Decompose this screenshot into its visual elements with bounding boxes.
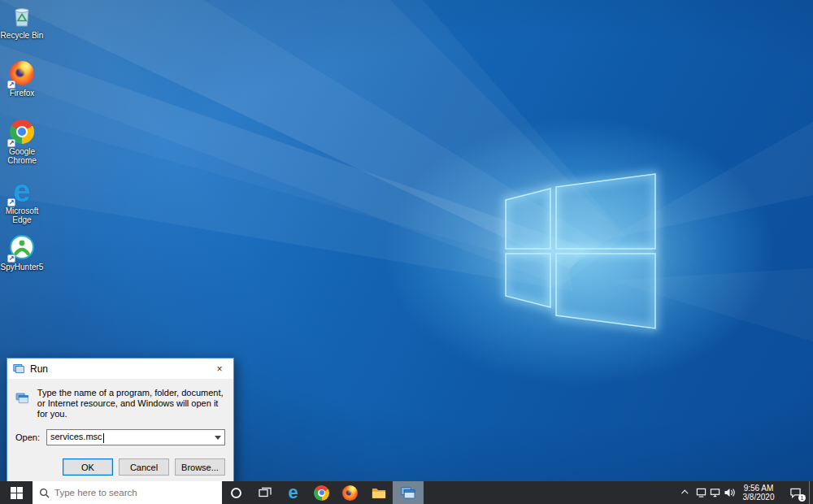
search-icon <box>39 488 50 498</box>
chevron-up-icon <box>681 489 688 496</box>
taskbar-search[interactable] <box>33 481 222 504</box>
browse-button[interactable]: Browse... <box>175 458 225 476</box>
taskbar-firefox-button[interactable] <box>336 481 364 504</box>
file-explorer-icon <box>372 487 386 499</box>
volume-button[interactable] <box>722 481 736 504</box>
shortcut-arrow-icon: ↗ <box>7 254 15 263</box>
close-icon[interactable]: × <box>206 358 233 379</box>
network-button[interactable] <box>708 481 722 504</box>
chevron-down-icon[interactable] <box>211 430 224 445</box>
wallpaper-glow <box>319 73 813 431</box>
volume-icon <box>724 488 735 497</box>
network-icon <box>710 488 720 497</box>
spyhunter-icon: ↗ <box>9 235 35 261</box>
windows-logo-icon <box>11 487 23 499</box>
shortcut-arrow-icon: ↗ <box>7 80 15 89</box>
run-app-icon <box>400 486 416 500</box>
run-dialog-description: Type the name of a program, folder, docu… <box>37 385 225 419</box>
run-app-icon <box>15 385 29 411</box>
taskbar-chrome-button[interactable] <box>307 481 336 504</box>
cortana-button[interactable] <box>222 481 250 504</box>
clock-time: 9:56 AM <box>737 484 780 493</box>
text-cursor <box>103 433 104 443</box>
taskbar: e <box>0 481 813 504</box>
run-dialog: Run × Type the name of a program, folder… <box>7 358 234 484</box>
run-dialog-title: Run <box>30 363 48 375</box>
search-input[interactable] <box>54 481 222 504</box>
cortana-icon <box>231 488 241 498</box>
recycle-bin-icon <box>9 3 35 29</box>
windows-desktop-screen: Recycle Bin ↗ Firefox ↗ Google Chrome e … <box>0 0 813 504</box>
open-label: Open: <box>15 432 41 442</box>
desktop-icon-microsoft-edge[interactable]: e ↗ Microsoft Edge <box>0 179 44 224</box>
run-dialog-icon <box>13 363 25 374</box>
desktop-icon-firefox[interactable]: ↗ Firefox <box>0 60 44 98</box>
system-tray: 9:56 AM 3/8/2020 1 <box>676 481 813 504</box>
notification-badge: 1 <box>798 494 806 502</box>
desktop-icon-google-chrome[interactable]: ↗ Google Chrome <box>0 119 44 165</box>
run-dialog-body: Type the name of a program, folder, docu… <box>7 379 233 484</box>
clock-date: 3/8/2020 <box>737 493 780 502</box>
edge-icon: e ↗ <box>9 179 35 205</box>
run-dialog-titlebar[interactable]: Run × <box>7 358 233 379</box>
edge-icon: e <box>288 484 298 501</box>
icon-label: Microsoft Edge <box>0 206 44 224</box>
tray-expand-button[interactable] <box>676 481 694 504</box>
action-center-button[interactable]: 1 <box>781 481 809 504</box>
run-command-combobox[interactable]: services.msc <box>46 429 225 445</box>
desktop-icon-spyhunter5[interactable]: ↗ SpyHunter5 <box>0 234 44 272</box>
show-desktop-button[interactable] <box>809 481 813 504</box>
icon-label: Firefox <box>0 89 44 98</box>
firefox-icon <box>342 485 358 501</box>
chrome-icon <box>314 485 329 501</box>
taskbar-clock[interactable]: 9:56 AM 3/8/2020 <box>736 484 781 502</box>
task-view-button[interactable] <box>250 481 279 504</box>
run-command-value[interactable]: services.msc <box>47 430 211 444</box>
tray-app-icon <box>696 488 706 497</box>
start-button[interactable] <box>0 481 33 504</box>
taskbar-file-explorer-button[interactable] <box>364 481 393 504</box>
ok-button[interactable]: OK <box>63 458 113 476</box>
tray-app-button[interactable] <box>694 481 708 504</box>
taskbar-edge-button[interactable]: e <box>279 481 307 504</box>
chrome-icon: ↗ <box>9 119 35 146</box>
icon-label: Recycle Bin <box>0 31 44 40</box>
firefox-icon: ↗ <box>9 61 35 87</box>
taskbar-run-button-active[interactable] <box>393 481 424 504</box>
cancel-button[interactable]: Cancel <box>119 458 169 476</box>
shortcut-arrow-icon: ↗ <box>7 198 15 206</box>
task-view-icon <box>259 487 272 498</box>
shortcut-arrow-icon: ↗ <box>7 139 15 147</box>
icon-label: Google Chrome <box>0 147 44 165</box>
desktop-icon-recycle-bin[interactable]: Recycle Bin <box>0 3 44 40</box>
icon-label: SpyHunter5 <box>0 263 44 272</box>
